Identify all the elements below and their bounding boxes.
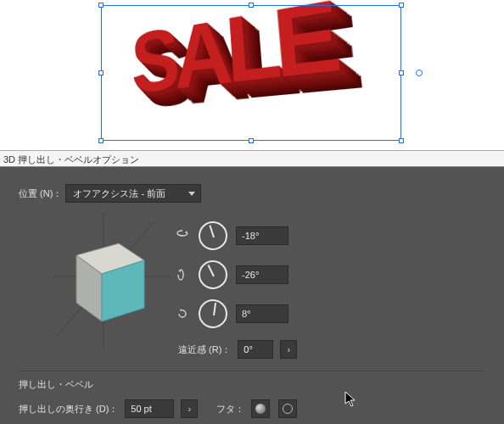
extrude-depth-label: 押し出しの奥行き (D)： — [19, 403, 118, 416]
handle-ne[interactable] — [399, 3, 404, 8]
perspective-step-button[interactable]: › — [280, 340, 297, 359]
handle-w[interactable] — [98, 70, 104, 75]
handle-n[interactable] — [249, 3, 254, 8]
extrude-depth-input[interactable]: 50 pt — [125, 399, 174, 418]
panel-title: 3D 押し出し・ベベルオプション — [0, 150, 504, 167]
rotate-z-input[interactable]: 8° — [236, 304, 288, 323]
handle-s[interactable] — [249, 138, 254, 143]
divider — [19, 371, 485, 371]
handle-side-anchor[interactable] — [416, 70, 423, 76]
handle-sw[interactable] — [98, 138, 104, 143]
rotate-y-dial[interactable] — [199, 260, 227, 289]
cursor-icon — [344, 391, 358, 408]
rotate-y-input[interactable]: -26° — [236, 265, 288, 284]
extrude-bevel-section-title: 押し出し・ベベル — [19, 378, 485, 391]
rotate-x-input[interactable]: -18° — [236, 226, 288, 245]
rotate-z-icon — [175, 307, 190, 321]
rotate-y-icon — [175, 268, 190, 282]
position-label: 位置 (N)： — [19, 187, 62, 200]
position-dropdown[interactable]: オフアクシス法 - 前面 — [65, 184, 201, 203]
cap-on-button[interactable] — [251, 399, 270, 418]
rotate-z-dial[interactable] — [199, 299, 227, 328]
handle-se[interactable] — [399, 138, 404, 143]
handle-e[interactable] — [399, 70, 404, 75]
position-value: オフアクシス法 - 前面 — [73, 187, 165, 200]
extrude-depth-step-button[interactable]: › — [181, 399, 198, 418]
cap-off-button[interactable] — [278, 399, 297, 418]
canvas-preview: SALE — [0, 0, 504, 150]
rotation-cube-preview[interactable] — [19, 213, 175, 349]
handle-nw[interactable] — [98, 3, 104, 8]
cap-label: フタ： — [216, 403, 244, 416]
rotate-x-dial[interactable] — [199, 221, 227, 250]
extrude-bevel-panel: 位置 (N)： オフアクシス法 - 前面 -18° — [0, 167, 504, 424]
rotate-x-icon — [175, 229, 190, 243]
selection-bounding-box[interactable] — [101, 5, 401, 141]
perspective-label: 遠近感 (R)： — [178, 343, 231, 356]
perspective-input[interactable]: 0° — [238, 340, 273, 359]
